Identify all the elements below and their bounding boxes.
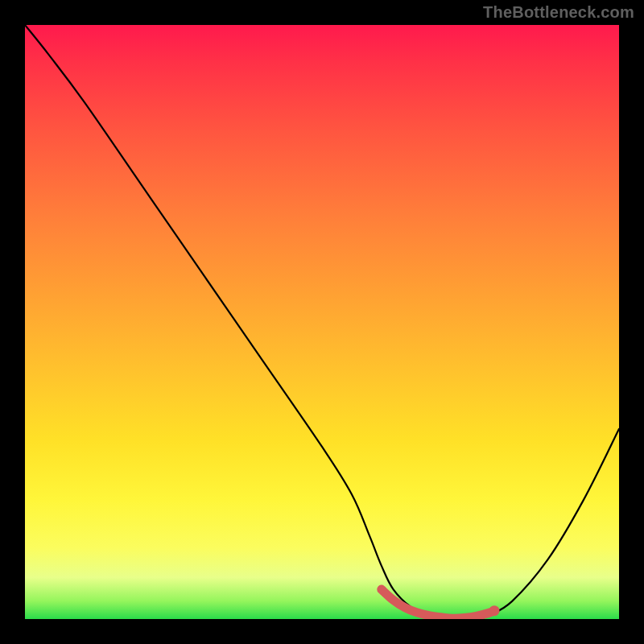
marker-end-dot — [489, 605, 500, 616]
chart-frame: TheBottleneck.com — [0, 0, 644, 644]
watermark-text: TheBottleneck.com — [483, 3, 634, 22]
plot-area — [25, 25, 619, 619]
curve-svg — [25, 25, 619, 619]
bottleneck-curve — [25, 25, 619, 619]
optimal-range-marker — [382, 589, 494, 618]
